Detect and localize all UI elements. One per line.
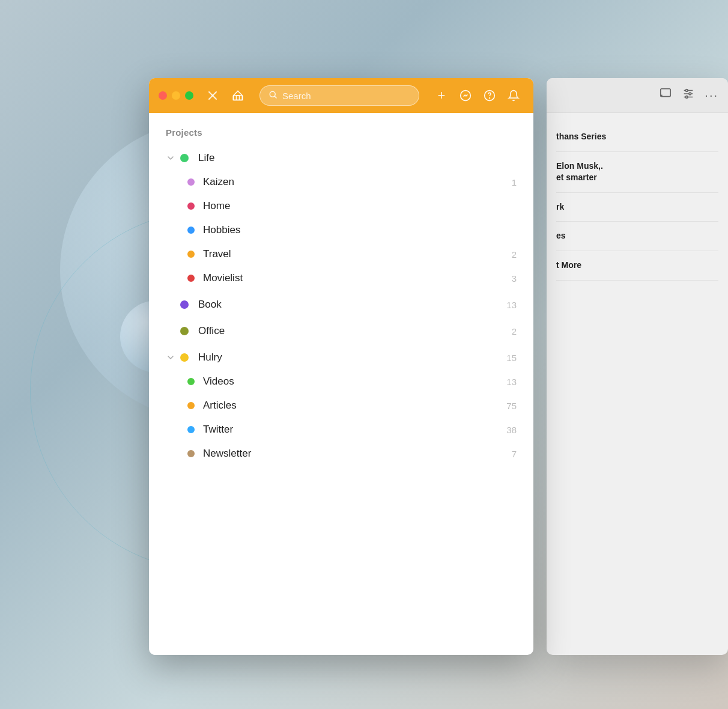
project-item-twitter[interactable]: Twitter 38 (149, 418, 533, 442)
svg-point-10 (270, 91, 275, 97)
svg-point-14 (490, 98, 490, 99)
book-count: 13 (505, 300, 517, 310)
search-bar[interactable]: Search (259, 85, 419, 106)
app-window: Search + (149, 78, 533, 655)
bell-icon[interactable] (503, 85, 524, 106)
office-count: 2 (505, 326, 517, 336)
help-icon[interactable] (479, 85, 500, 106)
close-icon[interactable] (203, 86, 222, 105)
travel-dot (187, 251, 195, 258)
minimize-button[interactable] (172, 91, 180, 100)
movielist-dot (187, 275, 195, 282)
hulry-count: 15 (505, 353, 517, 363)
articles-dot (187, 402, 195, 409)
title-bar: Search + (149, 78, 533, 113)
life-dot (180, 154, 189, 162)
kaizen-count: 1 (505, 177, 517, 187)
project-item-travel[interactable]: Travel 2 (149, 242, 533, 266)
content-title: t More (556, 260, 718, 272)
project-item-newsletter[interactable]: Newsletter 7 (149, 442, 533, 466)
search-input-placeholder: Search (282, 91, 311, 101)
kaizen-dot (187, 178, 195, 186)
project-group-life: Life Kaizen 1 Home Hobbies (149, 146, 533, 290)
content-title: Elon Musk,.et smarter (556, 160, 718, 184)
content-title: thans Series (556, 131, 718, 143)
search-icon (268, 90, 278, 101)
movielist-count: 3 (505, 273, 517, 284)
articles-label: Articles (203, 400, 505, 412)
hobbies-label: Hobbies (203, 224, 505, 236)
trending-icon[interactable] (455, 85, 476, 106)
project-item-office[interactable]: Office 2 (149, 319, 533, 343)
project-item-hulry[interactable]: Hulry 15 (149, 345, 533, 370)
project-item-movielist[interactable]: Movielist 3 (149, 266, 533, 290)
chevron-down-icon-hulry (166, 353, 175, 362)
more-icon[interactable]: ··· (705, 88, 718, 102)
life-label: Life (198, 152, 517, 164)
hulry-label: Hulry (198, 351, 505, 364)
projects-section-title: Projects (149, 127, 533, 138)
svg-point-6 (686, 96, 688, 99)
videos-count: 13 (505, 377, 517, 387)
svg-line-11 (275, 96, 276, 98)
project-item-home[interactable]: Home (149, 194, 533, 218)
content-item: thans Series (556, 123, 718, 152)
articles-count: 75 (505, 401, 517, 411)
content-item: rk (556, 193, 718, 222)
content-item: Elon Musk,.et smarter (556, 152, 718, 193)
book-label: Book (198, 299, 505, 311)
home-dot (187, 202, 195, 210)
project-group-book: Book 13 (149, 293, 533, 317)
add-button[interactable]: + (431, 85, 452, 106)
close-button[interactable] (159, 91, 167, 100)
home-label: Home (203, 200, 505, 212)
hobbies-dot (187, 227, 195, 234)
travel-label: Travel (203, 248, 505, 260)
svg-rect-9 (234, 96, 243, 100)
content-title: rk (556, 201, 718, 213)
newsletter-dot (187, 450, 195, 457)
maximize-button[interactable] (185, 91, 193, 100)
comment-icon[interactable] (659, 87, 672, 103)
svg-point-4 (686, 90, 688, 92)
traffic-lights (159, 91, 193, 100)
chevron-down-icon (166, 153, 175, 163)
title-bar-actions (203, 86, 247, 105)
project-item-videos[interactable]: Videos 13 (149, 370, 533, 394)
right-content: thans Series Elon Musk,.et smarter rk es… (547, 113, 728, 290)
project-item-kaizen[interactable]: Kaizen 1 (149, 170, 533, 194)
twitter-dot (187, 426, 195, 433)
movielist-label: Movielist (203, 272, 505, 284)
sliders-icon[interactable] (682, 87, 695, 103)
projects-panel[interactable]: Projects Life Kaizen 1 Home (149, 113, 533, 655)
videos-dot (187, 378, 195, 385)
project-group-hulry: Hulry 15 Videos 13 Articles 75 Twitter 3… (149, 345, 533, 466)
videos-label: Videos (203, 376, 505, 388)
project-item-book[interactable]: Book 13 (149, 293, 533, 317)
project-item-hobbies[interactable]: Hobbies (149, 218, 533, 242)
travel-count: 2 (505, 249, 517, 260)
svg-point-5 (689, 93, 691, 95)
title-bar-right: + (431, 85, 524, 106)
content-item: es (556, 222, 718, 251)
office-label: Office (198, 325, 505, 337)
right-panel: ··· thans Series Elon Musk,.et smarter r… (547, 78, 728, 655)
office-dot (180, 327, 189, 335)
hulry-dot (180, 353, 189, 362)
home-icon[interactable] (228, 86, 247, 105)
content-title: es (556, 230, 718, 242)
kaizen-label: Kaizen (203, 176, 505, 188)
project-group-office: Office 2 (149, 319, 533, 343)
book-dot (180, 300, 189, 309)
content-item: t More (556, 251, 718, 281)
project-item-articles[interactable]: Articles 75 (149, 394, 533, 418)
newsletter-label: Newsletter (203, 448, 505, 460)
right-toolbar: ··· (547, 78, 728, 113)
project-item-life[interactable]: Life (149, 146, 533, 170)
twitter-label: Twitter (203, 424, 505, 436)
newsletter-count: 7 (505, 449, 517, 459)
twitter-count: 38 (505, 425, 517, 435)
